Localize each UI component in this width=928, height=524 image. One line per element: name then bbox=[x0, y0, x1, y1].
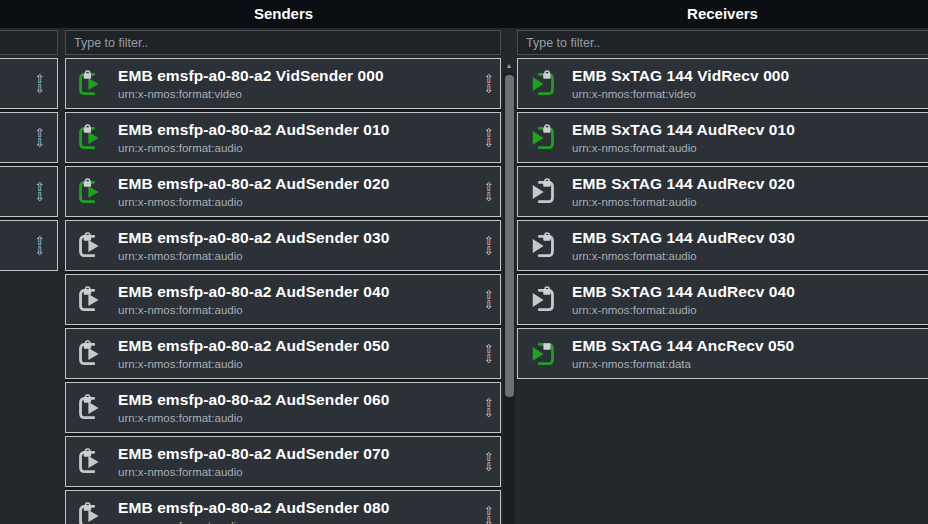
reorder-spinner-icon[interactable]: ⇧ ⇩ bbox=[484, 290, 494, 310]
sender-format: urn:x-nmos:format:audio bbox=[118, 520, 389, 524]
senders-filter-input[interactable] bbox=[65, 30, 501, 55]
reorder-spinner-icon[interactable]: ⇧ ⇩ bbox=[35, 182, 45, 202]
sender-status-icon bbox=[76, 502, 104, 524]
receiver-title: EMB SxTAG 144 VidRecv 000 bbox=[572, 67, 789, 85]
receiver-title: EMB SxTAG 144 AncRecv 050 bbox=[572, 337, 794, 355]
receiver-format: urn:x-nmos:format:audio bbox=[572, 142, 795, 154]
spinner-down-arrow-icon[interactable]: ⇩ bbox=[35, 84, 45, 94]
scroll-up-button[interactable]: ▲ bbox=[503, 58, 515, 73]
reorder-spinner-icon[interactable]: ⇧ ⇩ bbox=[35, 236, 45, 256]
sender-row[interactable]: EMB emsfp-a0-80-a2 AudSender 070 urn:x-n… bbox=[65, 436, 501, 487]
spinner-down-arrow-icon[interactable]: ⇩ bbox=[484, 84, 494, 94]
senders-column-title: Senders bbox=[65, 0, 502, 28]
sender-row[interactable]: EMB emsfp-a0-80-a2 AudSender 050 urn:x-n… bbox=[65, 328, 501, 379]
sender-status-icon bbox=[76, 232, 104, 260]
sender-format: urn:x-nmos:format:video bbox=[118, 88, 384, 100]
spinner-down-arrow-icon[interactable]: ⇩ bbox=[484, 300, 494, 310]
scrollbar-thumb[interactable] bbox=[505, 75, 514, 397]
receiver-row[interactable]: EMB SxTAG 144 AncRecv 050 urn:x-nmos:for… bbox=[517, 328, 928, 379]
scroll-up-arrow-icon: ▲ bbox=[506, 62, 513, 69]
sender-title: EMB emsfp-a0-80-a2 AudSender 080 bbox=[118, 499, 389, 517]
spinner-down-arrow-icon[interactable]: ⇩ bbox=[484, 462, 494, 472]
receiver-format: urn:x-nmos:format:audio bbox=[572, 304, 795, 316]
spinner-down-arrow-icon[interactable]: ⇩ bbox=[35, 138, 45, 148]
sender-row[interactable]: EMB emsfp-a0-80-a2 AudSender 030 urn:x-n… bbox=[65, 220, 501, 271]
sender-format: urn:x-nmos:format:audio bbox=[118, 304, 389, 316]
sender-status-icon bbox=[76, 394, 104, 422]
receiver-status-icon bbox=[529, 232, 557, 260]
reorder-spinner-icon[interactable]: ⇧ ⇩ bbox=[35, 74, 45, 94]
sender-status-icon bbox=[76, 286, 104, 314]
receiver-row[interactable]: EMB SxTAG 144 VidRecv 000 urn:x-nmos:for… bbox=[517, 58, 928, 109]
receiver-row[interactable]: EMB SxTAG 144 AudRecv 030 urn:x-nmos:for… bbox=[517, 220, 928, 271]
receiver-row[interactable]: EMB SxTAG 144 AudRecv 020 urn:x-nmos:for… bbox=[517, 166, 928, 217]
senders-list: EMB emsfp-a0-80-a2 VidSender 000 urn:x-n… bbox=[65, 58, 501, 524]
receiver-format: urn:x-nmos:format:audio bbox=[572, 250, 795, 262]
reorder-spinner-icon[interactable]: ⇧ ⇩ bbox=[484, 452, 494, 472]
sender-row[interactable]: EMB emsfp-a0-80-a2 AudSender 010 urn:x-n… bbox=[65, 112, 501, 163]
receiver-row[interactable]: EMB SxTAG 144 AudRecv 010 urn:x-nmos:for… bbox=[517, 112, 928, 163]
sender-title: EMB emsfp-a0-80-a2 AudSender 010 bbox=[118, 121, 389, 139]
receiver-title: EMB SxTAG 144 AudRecv 020 bbox=[572, 175, 795, 193]
sender-title: EMB emsfp-a0-80-a2 AudSender 060 bbox=[118, 391, 389, 409]
sender-row[interactable]: EMB emsfp-a0-80-a2 AudSender 020 urn:x-n… bbox=[65, 166, 501, 217]
sender-status-icon bbox=[76, 448, 104, 476]
sender-format: urn:x-nmos:format:audio bbox=[118, 250, 389, 262]
spinner-down-arrow-icon[interactable]: ⇩ bbox=[484, 516, 494, 524]
receiver-title: EMB SxTAG 144 AudRecv 030 bbox=[572, 229, 795, 247]
reorder-spinner-icon[interactable]: ⇧ ⇩ bbox=[484, 128, 494, 148]
receiver-status-icon bbox=[529, 286, 557, 314]
receiver-format: urn:x-nmos:format:data bbox=[572, 358, 794, 370]
receiver-status-icon bbox=[529, 70, 557, 98]
receiver-format: urn:x-nmos:format:video bbox=[572, 88, 789, 100]
receiver-status-icon bbox=[529, 340, 557, 368]
reorder-spinner-icon[interactable]: ⇧ ⇩ bbox=[35, 128, 45, 148]
left-panel-row[interactable]: ⇧ ⇩ bbox=[0, 112, 58, 163]
spinner-down-arrow-icon[interactable]: ⇩ bbox=[35, 246, 45, 256]
receiver-status-icon bbox=[529, 178, 557, 206]
sender-title: EMB emsfp-a0-80-a2 AudSender 070 bbox=[118, 445, 389, 463]
spinner-down-arrow-icon[interactable]: ⇩ bbox=[484, 138, 494, 148]
sender-title: EMB emsfp-a0-80-a2 AudSender 020 bbox=[118, 175, 389, 193]
receivers-list: EMB SxTAG 144 VidRecv 000 urn:x-nmos:for… bbox=[517, 58, 928, 379]
spinner-down-arrow-icon[interactable]: ⇩ bbox=[484, 246, 494, 256]
reorder-spinner-icon[interactable]: ⇧ ⇩ bbox=[484, 182, 494, 202]
receiver-status-icon bbox=[529, 124, 557, 152]
senders-scrollbar[interactable]: ▲ bbox=[503, 58, 515, 524]
receiver-format: urn:x-nmos:format:audio bbox=[572, 196, 795, 208]
spinner-down-arrow-icon[interactable]: ⇩ bbox=[35, 192, 45, 202]
reorder-spinner-icon[interactable]: ⇧ ⇩ bbox=[484, 398, 494, 418]
left-panel-row[interactable]: ⇧ ⇩ bbox=[0, 166, 58, 217]
spinner-down-arrow-icon[interactable]: ⇩ bbox=[484, 408, 494, 418]
spinner-down-arrow-icon[interactable]: ⇩ bbox=[484, 192, 494, 202]
sender-title: EMB emsfp-a0-80-a2 AudSender 050 bbox=[118, 337, 389, 355]
receiver-row[interactable]: EMB SxTAG 144 AudRecv 040 urn:x-nmos:for… bbox=[517, 274, 928, 325]
reorder-spinner-icon[interactable]: ⇧ ⇩ bbox=[484, 506, 494, 524]
sender-row[interactable]: EMB emsfp-a0-80-a2 AudSender 080 urn:x-n… bbox=[65, 490, 501, 524]
sender-status-icon bbox=[76, 178, 104, 206]
sender-status-icon bbox=[76, 124, 104, 152]
sender-format: urn:x-nmos:format:audio bbox=[118, 196, 389, 208]
sender-row[interactable]: EMB emsfp-a0-80-a2 VidSender 000 urn:x-n… bbox=[65, 58, 501, 109]
sender-format: urn:x-nmos:format:audio bbox=[118, 142, 389, 154]
receivers-filter-input[interactable] bbox=[517, 30, 928, 55]
sender-status-icon bbox=[76, 340, 104, 368]
left-panel-row[interactable]: ⇧ ⇩ bbox=[0, 220, 58, 271]
left-panel-row[interactable]: ⇧ ⇩ bbox=[0, 58, 58, 109]
sender-format: urn:x-nmos:format:audio bbox=[118, 466, 389, 478]
left-filter-input[interactable] bbox=[0, 30, 58, 55]
left-panel-list: ⇧ ⇩ ⇧ ⇩ ⇧ ⇩ ⇧ ⇩ bbox=[0, 58, 58, 271]
sender-row[interactable]: EMB emsfp-a0-80-a2 AudSender 060 urn:x-n… bbox=[65, 382, 501, 433]
sender-format: urn:x-nmos:format:audio bbox=[118, 358, 389, 370]
receiver-title: EMB SxTAG 144 AudRecv 010 bbox=[572, 121, 795, 139]
reorder-spinner-icon[interactable]: ⇧ ⇩ bbox=[484, 74, 494, 94]
sender-title: EMB emsfp-a0-80-a2 AudSender 030 bbox=[118, 229, 389, 247]
sender-format: urn:x-nmos:format:audio bbox=[118, 412, 389, 424]
receiver-title: EMB SxTAG 144 AudRecv 040 bbox=[572, 283, 795, 301]
reorder-spinner-icon[interactable]: ⇧ ⇩ bbox=[484, 236, 494, 256]
sender-row[interactable]: EMB emsfp-a0-80-a2 AudSender 040 urn:x-n… bbox=[65, 274, 501, 325]
sender-title: EMB emsfp-a0-80-a2 AudSender 040 bbox=[118, 283, 389, 301]
reorder-spinner-icon[interactable]: ⇧ ⇩ bbox=[484, 344, 494, 364]
spinner-down-arrow-icon[interactable]: ⇩ bbox=[484, 354, 494, 364]
sender-status-icon bbox=[76, 70, 104, 98]
